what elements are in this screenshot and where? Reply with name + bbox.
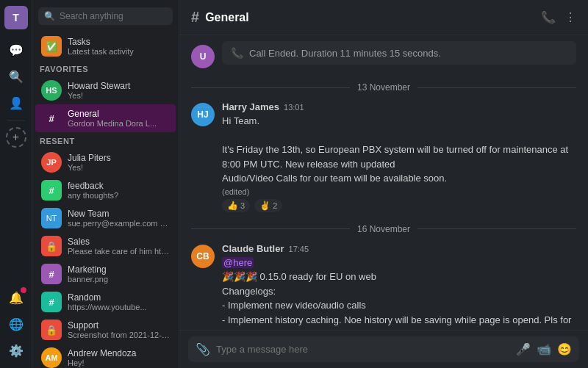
- sidebar-item-support[interactable]: 🔒 Support Screenshot from 2021-12-19: [35, 316, 176, 344]
- sidebar-item-howard[interactable]: HS Howard Stewart Yes!: [35, 76, 176, 104]
- call-ended-box: 📞 Call Ended. Duration 11 minutes 15 sec…: [222, 41, 576, 65]
- message-harry: HJ Harry James 13:01 Hi Team. It's Frida…: [191, 101, 576, 212]
- message-input[interactable]: [216, 344, 510, 355]
- chat-messages: U 📞 Call Ended. Duration 11 minutes 15 s…: [179, 35, 588, 330]
- random-icon: #: [41, 292, 62, 312]
- claude-time: 17:45: [289, 245, 309, 253]
- claude-text: @here 🎉🎉🎉 0.15.0 ready for EU on web Cha…: [222, 256, 576, 331]
- settings-icon[interactable]: ⚙️: [4, 339, 28, 362]
- icon-bar: T 💬 🔍 👤 + 🔔 🌐 ⚙️: [0, 0, 32, 368]
- more-icon[interactable]: ⋮: [564, 10, 576, 24]
- andrew-avatar: AM: [41, 347, 62, 368]
- julia-avatar: JP: [41, 152, 62, 173]
- chat-header-actions: 📞 ⋮: [541, 10, 576, 24]
- reaction-thumbs[interactable]: 👍3: [222, 199, 250, 212]
- reaction-victory[interactable]: ✌️2: [254, 199, 282, 212]
- howard-avatar: HS: [41, 80, 62, 101]
- user-avatar[interactable]: T: [4, 6, 28, 29]
- notification-badge: [21, 287, 26, 293]
- harry-time: 13:01: [284, 103, 304, 112]
- globe-icon[interactable]: 🌐: [4, 312, 28, 336]
- harry-header: Harry James 13:01: [222, 101, 576, 112]
- sidebar-item-feedback[interactable]: # feedback any thoughts?: [35, 176, 176, 204]
- tasks-icon: ✅: [41, 36, 62, 57]
- divider-line: [417, 87, 576, 88]
- video-icon[interactable]: 📹: [537, 342, 551, 356]
- search-icon: 🔍: [44, 11, 55, 21]
- sidebar-item-julia[interactable]: JP Julia Piters Yes!: [35, 148, 176, 176]
- claude-name: Claude Butler: [222, 243, 284, 254]
- harry-reactions: 👍3 ✌️2: [222, 199, 576, 212]
- search-input[interactable]: [60, 11, 170, 21]
- harry-edited: (edited): [222, 187, 576, 196]
- harry-avatar: HJ: [191, 103, 215, 126]
- claude-header: Claude Butler 17:45: [222, 243, 576, 254]
- sidebar-item-andrew[interactable]: AM Andrew Mendoza Hey!: [35, 344, 176, 368]
- call-ended-group: U 📞 Call Ended. Duration 11 minutes 15 s…: [191, 41, 576, 71]
- tasks-text: Tasks Latest task activity: [68, 37, 170, 56]
- emoji-icon[interactable]: 😊: [557, 342, 572, 356]
- search-bar: 🔍: [32, 0, 179, 32]
- at-mention: @here: [222, 257, 254, 268]
- phone-icon[interactable]: 📞: [541, 10, 556, 24]
- chat-input-wrap: 📎 🎤 📹 😊: [188, 336, 579, 362]
- date-text-13nov: 13 November: [357, 82, 410, 93]
- divider-line: [191, 228, 350, 229]
- contacts-icon[interactable]: 👤: [4, 91, 28, 115]
- tasks-sub: Latest task activity: [68, 47, 170, 56]
- call-avatar: U: [191, 45, 215, 68]
- general-name: General: [68, 109, 170, 119]
- call-ended-row: U 📞 Call Ended. Duration 11 minutes 15 s…: [191, 41, 576, 71]
- sidebar-item-random[interactable]: # Random https://www.youtube...: [35, 288, 176, 316]
- channel-name: General: [205, 11, 249, 24]
- sidebar: 🔍 ✅ Tasks Latest task activity FAVORITES…: [32, 0, 179, 368]
- general-icon: #: [41, 108, 62, 129]
- call-ended-icon: 📞: [231, 47, 243, 59]
- divider-line: [417, 228, 576, 229]
- mic-icon[interactable]: 🎤: [516, 342, 531, 356]
- harry-content: Harry James 13:01 Hi Team. It's Friday t…: [222, 101, 576, 212]
- chat-input-area: 📎 🎤 📹 😊: [179, 330, 588, 368]
- claude-content: Claude Butler 17:45 @here 🎉🎉🎉 0.15.0 rea…: [222, 243, 576, 331]
- add-button[interactable]: +: [6, 127, 26, 148]
- marketing-icon: #: [41, 264, 62, 284]
- claude-avatar: CB: [191, 245, 215, 268]
- feedback-icon: #: [41, 180, 62, 201]
- sidebar-item-general[interactable]: # General Gordon Medina Dora L...: [35, 104, 176, 132]
- sidebar-item-newteam[interactable]: NT New Team sue.perry@example.com reg...: [35, 204, 176, 232]
- howard-name: Howard Stewart: [68, 81, 170, 91]
- message-claude: CB Claude Butler 17:45 @here 🎉🎉🎉 0.15.0 …: [191, 243, 576, 331]
- chat-header: # General 📞 ⋮: [179, 0, 588, 35]
- main-chat: # General 📞 ⋮ U 📞 Call Ended. Duration 1…: [179, 0, 588, 368]
- search-input-wrap[interactable]: 🔍: [38, 7, 173, 25]
- howard-sub: Yes!: [68, 91, 170, 100]
- resent-title: RESENT: [32, 132, 179, 148]
- harry-text: Hi Team. It's Friday the 13th, so Europe…: [222, 114, 576, 186]
- newteam-icon: NT: [41, 208, 62, 228]
- sidebar-item-marketing[interactable]: # Marketing banner.png: [35, 260, 176, 288]
- sales-icon: 🔒: [41, 236, 62, 256]
- date-divider-13nov: 13 November: [191, 82, 576, 93]
- tasks-name: Tasks: [68, 37, 170, 47]
- attach-icon[interactable]: 📎: [196, 342, 210, 356]
- harry-name: Harry James: [222, 101, 279, 112]
- date-divider-16nov: 16 November: [191, 224, 576, 234]
- divider-line: [191, 87, 350, 88]
- support-icon: 🔒: [41, 320, 62, 340]
- notifications-icon[interactable]: 🔔: [4, 286, 28, 309]
- divider: [7, 120, 25, 121]
- sidebar-item-sales[interactable]: 🔒 Sales Please take care of him https:/.…: [35, 232, 176, 260]
- home-icon[interactable]: 💬: [4, 38, 28, 62]
- general-sub: Gordon Medina Dora L...: [68, 119, 170, 128]
- call-ended-text: Call Ended. Duration 11 minutes 15 secon…: [249, 48, 441, 59]
- input-actions: 🎤 📹 😊: [516, 342, 572, 356]
- favorites-title: FAVORITES: [32, 60, 179, 76]
- chat-header-left: # General: [191, 9, 249, 26]
- chat-icon[interactable]: 🔍: [4, 65, 28, 88]
- channel-hash: #: [191, 9, 199, 26]
- date-text-16nov: 16 November: [357, 224, 410, 234]
- sidebar-item-tasks[interactable]: ✅ Tasks Latest task activity: [35, 32, 176, 60]
